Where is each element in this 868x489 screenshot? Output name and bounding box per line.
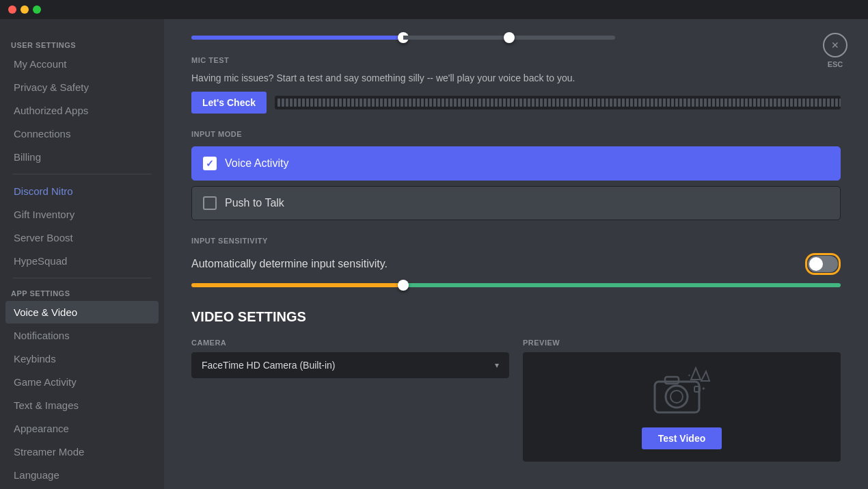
sidebar-item-language[interactable]: Language <box>5 464 159 486</box>
maximize-button[interactable] <box>33 5 41 14</box>
user-settings-section-label: USER SETTINGS <box>5 36 159 52</box>
mic-test-row: Let's Check <box>191 92 841 114</box>
preview-box: ✦ ✦ Test Video <box>523 352 841 462</box>
mic-bar-segment <box>638 98 641 107</box>
mic-bar-segment <box>282 98 284 107</box>
sidebar-item-connections[interactable]: Connections <box>5 122 159 145</box>
mic-bar-segment <box>724 98 727 107</box>
close-button[interactable] <box>8 5 16 14</box>
esc-button[interactable]: ✕ ESC <box>823 33 847 68</box>
mic-bar-segment <box>704 98 707 107</box>
sensitivity-row: Automatically determine input sensitivit… <box>191 253 841 275</box>
camera-select-dropdown[interactable]: FaceTime HD Camera (Built-in) ▾ <box>191 352 509 378</box>
app-settings-section-label: APP SETTINGS <box>5 284 159 300</box>
mic-bar-segment <box>774 98 776 107</box>
mic-bar-segment <box>384 98 387 107</box>
mic-bar-segment <box>679 98 682 107</box>
sidebar-item-streamer-mode[interactable]: Streamer Mode <box>5 440 159 463</box>
mic-bar-segment <box>372 98 375 107</box>
mic-bar-segment <box>306 98 309 107</box>
sidebar-item-discord-nitro[interactable]: Discord Nitro <box>5 180 159 202</box>
sensitivity-track-green <box>403 283 841 287</box>
mic-bar-segment <box>351 98 354 107</box>
push-to-talk-label: Push to Talk <box>225 197 284 209</box>
sidebar-item-gift-inventory[interactable]: Gift Inventory <box>5 203 159 226</box>
sidebar-item-voice-video[interactable]: Voice & Video <box>5 301 159 323</box>
mic-bar-segment <box>585 98 588 107</box>
minimize-button[interactable] <box>21 5 29 14</box>
sidebar-item-server-boost[interactable]: Server Boost <box>5 226 159 249</box>
mic-bar-segment <box>626 98 629 107</box>
mic-bar-segment <box>335 98 338 107</box>
lets-check-button[interactable]: Let's Check <box>191 92 267 114</box>
mic-bar-segment <box>806 98 809 107</box>
mic-bar-segment <box>458 98 461 107</box>
sidebar-item-authorized-apps[interactable]: Authorized Apps <box>5 99 159 122</box>
svg-text:✦: ✦ <box>688 373 691 378</box>
mic-bar-segment <box>409 98 411 107</box>
sidebar-item-game-activity[interactable]: Game Activity <box>5 371 159 393</box>
esc-circle-icon[interactable]: ✕ <box>823 33 847 57</box>
input-sensitivity-section: INPUT SENSITIVITY Automatically determin… <box>191 237 841 287</box>
mic-bar-segment <box>733 98 735 107</box>
mic-bar-segment <box>302 98 305 107</box>
sidebar-item-label: My Account <box>14 58 67 70</box>
mic-bar-segment <box>712 98 715 107</box>
mic-bar-segment <box>765 98 768 107</box>
mic-bar-segment <box>630 98 633 107</box>
sensitivity-slider-thumb[interactable] <box>398 280 409 291</box>
mic-bar-segment <box>343 98 346 107</box>
test-video-button[interactable]: Test Video <box>642 427 722 449</box>
sidebar-item-notifications[interactable]: Notifications <box>5 324 159 347</box>
mic-bar-segment <box>823 98 826 107</box>
esc-x-icon: ✕ <box>831 40 839 51</box>
sidebar-item-appearance[interactable]: Appearance <box>5 417 159 440</box>
sidebar-item-keybinds[interactable]: Keybinds <box>5 347 159 370</box>
sensitivity-track-orange <box>191 283 403 287</box>
slider-thumb-right[interactable] <box>504 32 515 43</box>
sidebar-item-billing[interactable]: Billing <box>5 146 159 168</box>
sidebar-divider-1 <box>12 174 152 174</box>
sensitivity-slider-track[interactable] <box>191 283 841 287</box>
mic-bar-segment <box>548 98 551 107</box>
mic-bar-segment <box>355 98 358 107</box>
mic-bar-segment <box>749 98 752 107</box>
top-slider-track[interactable] <box>191 36 642 40</box>
sidebar-item-hypesquad[interactable]: HypeSquad <box>5 250 159 272</box>
sidebar-item-text-images[interactable]: Text & Images <box>5 394 159 417</box>
mic-bar-segment <box>462 98 465 107</box>
sidebar-item-privacy-safety[interactable]: Privacy & Safety <box>5 76 159 98</box>
svg-marker-6 <box>701 371 709 381</box>
voice-activity-option[interactable]: ✓ Voice Activity <box>191 146 841 181</box>
mic-bar-segment <box>388 98 391 107</box>
mic-bar-segment <box>474 98 477 107</box>
mic-bar-segment <box>450 98 452 107</box>
mic-bar-segment <box>544 98 547 107</box>
mic-bar-segment <box>347 98 350 107</box>
mic-bar-segment <box>593 98 596 107</box>
mic-bar-segment <box>331 98 334 107</box>
push-to-talk-option[interactable]: Push to Talk <box>191 186 841 220</box>
svg-point-2 <box>670 391 683 403</box>
voice-activity-checkbox: ✓ <box>203 157 217 170</box>
mic-bar-segment <box>565 98 567 107</box>
mic-bar-segment <box>597 98 600 107</box>
video-settings-title: VIDEO SETTINGS <box>191 309 841 325</box>
content-area: ✕ ESC MIC TEST Having mic issues? Start … <box>164 19 868 489</box>
mic-bar-segment <box>577 98 580 107</box>
mic-bar-segment <box>310 98 313 107</box>
mic-test-title: MIC TEST <box>191 56 841 64</box>
mic-bar-segment <box>446 98 448 107</box>
input-mode-section: INPUT MODE ✓ Voice Activity Push to Talk <box>191 130 841 220</box>
mic-bar-segment <box>778 98 781 107</box>
mic-bar-segment <box>360 98 362 107</box>
auto-sensitivity-toggle[interactable] <box>808 256 838 272</box>
mic-bar-segment <box>499 98 502 107</box>
mic-bar-segment <box>524 98 526 107</box>
preview-column: PREVIEW <box>523 339 841 462</box>
mic-bar-segment <box>782 98 785 107</box>
sidebar-item-my-account[interactable]: My Account <box>5 53 159 75</box>
toggle-wrapper[interactable] <box>805 253 841 275</box>
mic-bar-segment <box>798 98 801 107</box>
mic-bar-segment <box>827 98 830 107</box>
